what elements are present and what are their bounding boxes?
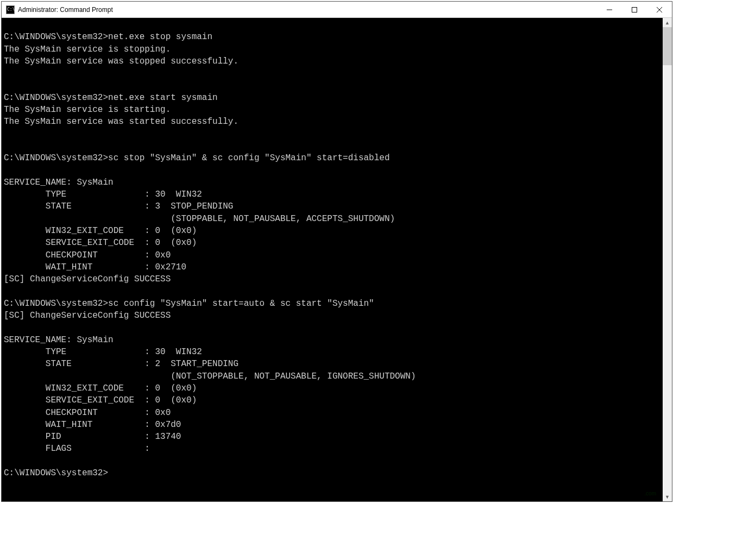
scroll-down-button[interactable]: ▼	[663, 492, 672, 501]
titlebar[interactable]: C:\ Administrator: Command Prompt	[2, 2, 672, 18]
svg-rect-1	[632, 7, 637, 12]
cmd-window: C:\ Administrator: Command Prompt C:\WIN…	[1, 1, 672, 502]
client-area: C:\WINDOWS\system32>net.exe stop sysmain…	[2, 18, 672, 501]
close-button[interactable]	[647, 2, 672, 17]
window-controls	[597, 2, 672, 17]
minimize-button[interactable]	[597, 2, 622, 17]
cmd-icon: C:\	[6, 5, 15, 14]
terminal-output[interactable]: C:\WINDOWS\system32>net.exe stop sysmain…	[2, 18, 663, 501]
maximize-button[interactable]	[622, 2, 647, 17]
scroll-thumb[interactable]	[663, 27, 672, 65]
vertical-scrollbar[interactable]: ▲ ▼	[663, 18, 672, 501]
window-title: Administrator: Command Prompt	[18, 6, 597, 14]
scroll-up-button[interactable]: ▲	[663, 18, 672, 27]
